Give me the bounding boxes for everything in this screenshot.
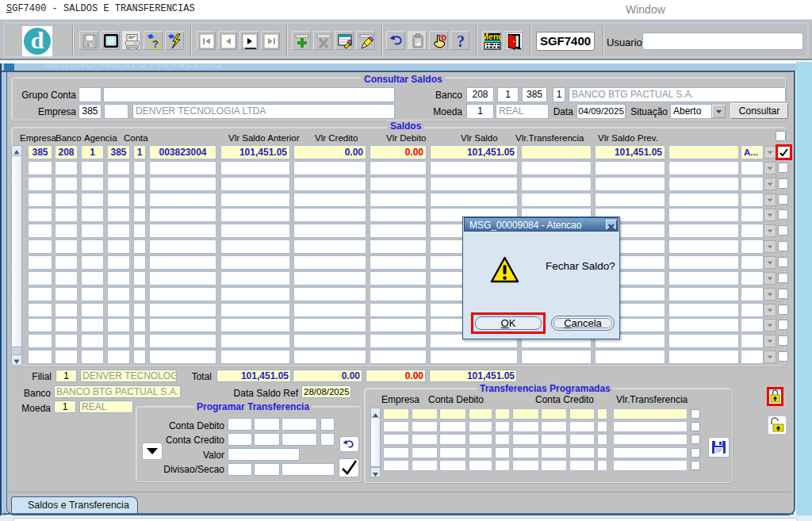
svg-text:?: ?: [457, 33, 465, 50]
svg-text:?: ?: [152, 38, 159, 50]
svg-text:Menu: Menu: [484, 33, 501, 41]
